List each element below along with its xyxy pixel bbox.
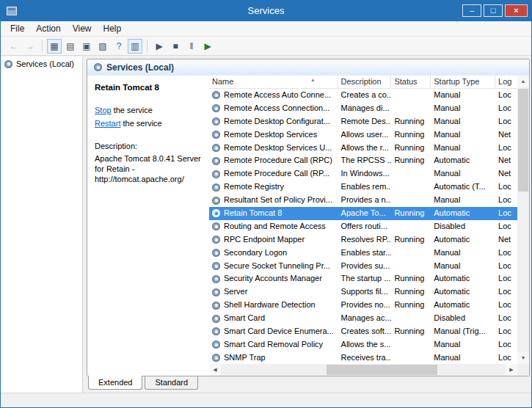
extended-view-icon[interactable]: ▥ bbox=[128, 39, 142, 54]
pane-banner: Services (Local) bbox=[87, 59, 529, 76]
service-gear-icon bbox=[212, 91, 220, 99]
banner-gear-icon bbox=[94, 63, 102, 71]
tree-item-services-local[interactable]: Services (Local) bbox=[1, 57, 82, 71]
service-description: The RPCSS ... bbox=[338, 154, 392, 167]
service-row[interactable]: Routing and Remote Access Offers routi..… bbox=[209, 220, 517, 233]
service-name-cell: Remote Access Connection... bbox=[209, 102, 338, 115]
services-gear-icon bbox=[4, 60, 12, 68]
service-row[interactable]: Smart Card Removal Policy Allows the s..… bbox=[209, 338, 517, 351]
service-row[interactable]: Remote Access Connection... Manages di..… bbox=[209, 102, 517, 115]
stop-service-link[interactable]: Stop bbox=[95, 106, 112, 114]
back-icon[interactable]: ← bbox=[7, 39, 21, 54]
service-row[interactable]: Remote Procedure Call (RP... In Windows.… bbox=[209, 167, 517, 181]
service-description: Creates a co... bbox=[338, 89, 392, 102]
sort-ascending-icon: ▲ bbox=[310, 77, 316, 82]
service-status bbox=[391, 247, 431, 260]
service-startup-type: Automatic bbox=[431, 154, 495, 167]
service-row[interactable]: SNMP Trap Receives tra... Manual Loc bbox=[209, 351, 517, 364]
scroll-down-icon[interactable]: ▼ bbox=[517, 352, 529, 364]
pause-service-icon[interactable]: ‖ bbox=[184, 39, 199, 54]
show-console-tree-icon[interactable]: ▦ bbox=[47, 39, 62, 54]
service-startup-type: Manual (Trig... bbox=[431, 325, 495, 338]
service-name-cell: Remote Desktop Services U... bbox=[209, 142, 338, 155]
service-row[interactable]: Server Supports fil... Running Automatic… bbox=[209, 285, 517, 299]
services-window: Services – □ × File Action View Help ←→▦… bbox=[0, 0, 532, 408]
service-row[interactable]: RPC Endpoint Mapper Resolves RP... Runni… bbox=[209, 233, 517, 247]
service-name-cell: Remote Desktop Services bbox=[209, 128, 338, 142]
service-gear-icon bbox=[212, 197, 220, 205]
service-name-cell: Smart Card bbox=[209, 312, 338, 325]
service-description: Supports fil... bbox=[338, 285, 392, 299]
maximize-button[interactable]: □ bbox=[484, 4, 503, 17]
restart-service-icon[interactable]: ▶ bbox=[200, 39, 215, 54]
service-row[interactable]: Remote Desktop Configurat... Remote Des.… bbox=[209, 115, 517, 128]
service-name-cell: Shell Hardware Detection bbox=[209, 299, 338, 312]
service-logon: Net bbox=[495, 128, 517, 142]
tab-extended[interactable]: Extended bbox=[88, 376, 142, 390]
service-row[interactable]: Resultant Set of Policy Provi... Provide… bbox=[209, 194, 517, 207]
column-header-startup-type[interactable]: Startup Type bbox=[431, 76, 495, 88]
vertical-scrollbar[interactable]: ▲ ▼ bbox=[517, 76, 529, 364]
tab-standard[interactable]: Standard bbox=[145, 376, 198, 390]
column-header-description[interactable]: Description bbox=[338, 76, 392, 88]
service-logon: Loc bbox=[495, 89, 517, 102]
service-logon: Net bbox=[495, 154, 517, 167]
service-row[interactable]: Remote Procedure Call (RPC) The RPCSS ..… bbox=[209, 154, 517, 167]
scroll-up-icon[interactable]: ▲ bbox=[517, 76, 529, 87]
forward-icon[interactable]: → bbox=[23, 39, 37, 54]
minimize-button[interactable]: – bbox=[462, 4, 481, 17]
service-logon: Loc bbox=[495, 181, 517, 194]
scroll-right-icon[interactable]: ▶ bbox=[506, 364, 517, 376]
menu-view[interactable]: View bbox=[67, 22, 98, 35]
help-icon[interactable]: ? bbox=[112, 39, 126, 54]
service-name: Remote Access Connection... bbox=[224, 102, 329, 115]
service-name-cell: Remote Procedure Call (RPC) bbox=[209, 154, 338, 167]
vertical-scroll-thumb[interactable] bbox=[518, 89, 528, 192]
stop-service-icon[interactable]: ■ bbox=[168, 39, 183, 54]
close-button[interactable]: × bbox=[505, 4, 528, 17]
properties-icon[interactable]: ▣ bbox=[79, 39, 94, 54]
service-row[interactable]: Remote Desktop Services U... Allows the … bbox=[209, 142, 517, 155]
service-row[interactable]: Remote Registry Enables rem... Automatic… bbox=[209, 181, 517, 194]
service-name: Smart Card Removal Policy bbox=[224, 338, 323, 351]
service-row[interactable]: Smart Card Manages ac... Disabled Loc bbox=[209, 312, 517, 325]
service-status bbox=[391, 167, 431, 181]
service-logon: Loc bbox=[495, 207, 517, 220]
service-name: Server bbox=[224, 285, 247, 299]
menu-help[interactable]: Help bbox=[98, 22, 128, 35]
column-header-name[interactable]: Name ▲ bbox=[209, 76, 338, 88]
service-row[interactable]: Remote Access Auto Conne... Creates a co… bbox=[209, 89, 517, 102]
refresh-icon[interactable]: ▧ bbox=[95, 39, 110, 54]
service-description: Provides su... bbox=[338, 260, 392, 273]
start-service-icon[interactable]: ▶ bbox=[152, 39, 167, 54]
service-status bbox=[391, 89, 431, 102]
horizontal-scrollbar[interactable]: ◀ ▶ bbox=[209, 364, 517, 376]
service-gear-icon bbox=[212, 249, 220, 257]
service-description: Provides a n... bbox=[338, 194, 392, 207]
menu-file[interactable]: File bbox=[4, 22, 30, 35]
service-row[interactable]: Remote Desktop Services Allows user... R… bbox=[209, 128, 517, 142]
service-row[interactable]: Secondary Logon Enables star... Manual L… bbox=[209, 247, 517, 260]
scroll-left-icon[interactable]: ◀ bbox=[209, 364, 221, 376]
services-list: Name ▲ Description Status Startup Type L… bbox=[209, 76, 529, 376]
service-gear-icon bbox=[212, 170, 220, 178]
column-header-status[interactable]: Status bbox=[391, 76, 431, 88]
toolbar-separator bbox=[147, 40, 147, 52]
service-startup-type: Manual bbox=[431, 260, 495, 273]
service-description: Allows the s... bbox=[338, 338, 392, 351]
service-row[interactable]: Secure Socket Tunneling Pr... Provides s… bbox=[209, 260, 517, 273]
service-row[interactable]: Shell Hardware Detection Provides no... … bbox=[209, 299, 517, 312]
restart-service-link[interactable]: Restart bbox=[95, 119, 120, 128]
export-list-icon[interactable]: ▤ bbox=[63, 39, 78, 54]
menubar: File Action View Help bbox=[1, 21, 531, 37]
service-row[interactable]: Security Accounts Manager The startup ..… bbox=[209, 272, 517, 285]
service-startup-type: Automatic (T... bbox=[431, 181, 495, 194]
horizontal-scroll-thumb[interactable] bbox=[327, 365, 437, 375]
menu-action[interactable]: Action bbox=[30, 22, 66, 35]
service-row[interactable]: Smart Card Device Enumera... Creates sof… bbox=[209, 325, 517, 338]
service-status: Running bbox=[391, 154, 431, 167]
service-gear-icon bbox=[212, 302, 220, 310]
window-title: Services bbox=[1, 1, 531, 21]
service-row[interactable]: Retain Tomcat 8 Apache To... Running Aut… bbox=[209, 207, 517, 220]
column-header-log-on-as[interactable]: Log bbox=[495, 76, 517, 88]
